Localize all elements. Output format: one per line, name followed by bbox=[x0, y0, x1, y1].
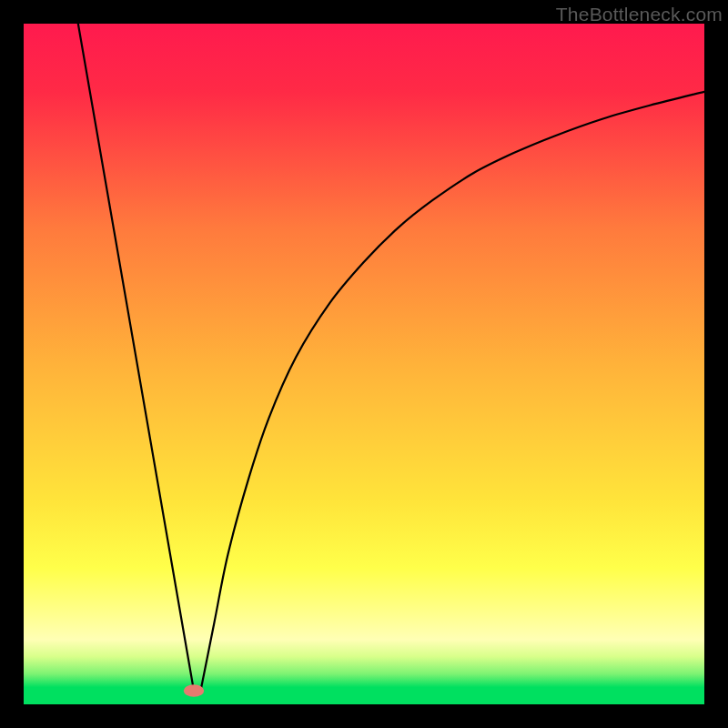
bottleneck-chart bbox=[24, 24, 704, 704]
gradient-background bbox=[24, 24, 704, 704]
chart-frame bbox=[24, 24, 704, 704]
minimum-marker bbox=[184, 684, 204, 696]
watermark-text: TheBottleneck.com bbox=[556, 4, 723, 25]
